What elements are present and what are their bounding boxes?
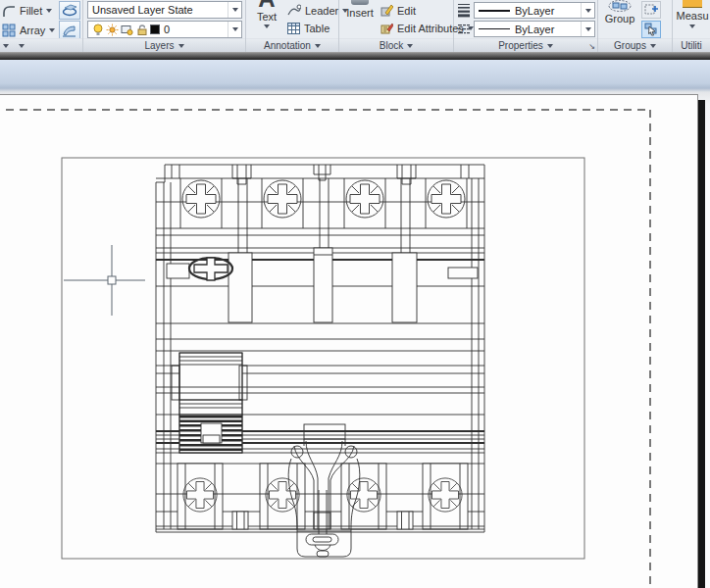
test-button-marker	[189, 258, 232, 280]
measure-icon	[683, 0, 702, 8]
group-label: Group	[605, 13, 635, 24]
dropdown-arrow-icon	[19, 44, 25, 48]
measure-button[interactable]: Measu	[675, 0, 710, 39]
lineweight-icon	[458, 3, 471, 18]
panel-layers: Unsaved Layer State	[83, 0, 246, 52]
group-edit-icon	[644, 3, 658, 17]
layers-panel-label: Layers	[144, 40, 174, 51]
measure-label: Measu	[676, 10, 708, 22]
terminal-screws	[182, 180, 465, 512]
linetype-icon	[458, 23, 471, 35]
dropdown-arrow-icon	[178, 44, 184, 48]
panel-label-annotation[interactable]: Annotation	[246, 38, 338, 52]
layer-unlock-icon[interactable]	[135, 24, 148, 36]
lineweight-value: ByLayer	[515, 5, 554, 17]
table-button[interactable]: Table	[285, 19, 331, 37]
linetype-value: ByLayer	[515, 24, 554, 35]
utilities-panel-label: Utiliti	[681, 40, 702, 51]
leader-label: Leader	[305, 5, 338, 17]
dropdown-arrow-icon[interactable]	[228, 2, 241, 18]
layer-thaw-sun-icon[interactable]	[106, 24, 119, 36]
fillet-label: Fillet	[20, 5, 42, 17]
dropdown-arrow-icon	[407, 44, 413, 48]
modify-tool-button-1[interactable]	[59, 1, 80, 20]
table-label: Table	[304, 23, 330, 34]
autocad-window: Fillet Array	[0, 0, 710, 588]
layer-state-value: Unsaved Layer State	[92, 4, 193, 16]
insert-label: Insert	[346, 7, 374, 19]
modify-tool-button-2[interactable]	[59, 21, 80, 39]
group-selection-toggle-button[interactable]	[641, 21, 661, 38]
panel-label-block[interactable]: Block	[339, 38, 453, 52]
dropdown-arrow-icon[interactable]	[264, 24, 270, 28]
panel-label-groups[interactable]: Groups	[598, 38, 672, 52]
panel-properties: ByLayer ByLayer Properties ↘	[454, 0, 598, 52]
panel-label-properties[interactable]: Properties ↘	[454, 38, 597, 52]
dropdown-arrow-icon[interactable]	[228, 22, 241, 37]
printable-margin	[6, 110, 650, 588]
panel-groups: Group Groups	[598, 0, 673, 52]
array-label: Array	[20, 24, 45, 36]
breaker-drawing	[156, 165, 484, 557]
edit-attributes-icon	[380, 22, 393, 34]
drawing-area[interactable]	[0, 0, 710, 588]
array-button[interactable]: Array	[0, 21, 57, 39]
panel-label-utilities[interactable]: Utiliti	[673, 38, 710, 52]
dropdown-arrow-icon[interactable]	[581, 3, 594, 18]
lineweight-swatch	[479, 10, 510, 12]
panel-label-modify[interactable]	[0, 38, 82, 52]
block-edit-icon	[380, 4, 393, 17]
fillet-button[interactable]: Fillet	[0, 1, 54, 20]
dropdown-arrow-icon[interactable]	[46, 9, 52, 13]
linetype-dropdown[interactable]: ByLayer	[474, 21, 595, 37]
group-icon	[608, 0, 632, 13]
viewport-border[interactable]	[62, 158, 584, 559]
block-edit-button[interactable]: Edit	[379, 1, 418, 20]
fillet-icon	[2, 4, 16, 18]
group-button[interactable]: Group	[601, 0, 638, 39]
properties-panel-label: Properties	[498, 40, 543, 51]
panel-label-layers[interactable]: Layers	[83, 38, 245, 52]
annotation-panel-label: Annotation	[264, 40, 311, 51]
ribbon-bottom-edge	[0, 52, 710, 60]
layer-color-swatch[interactable]	[150, 24, 160, 34]
dropdown-arrow-icon[interactable]	[49, 28, 55, 32]
section-plane-icon	[62, 4, 77, 18]
extrude-icon	[62, 24, 77, 37]
group-edit-button[interactable]	[641, 1, 661, 19]
ribbon: Fillet Array	[0, 0, 710, 52]
layer-dropdown[interactable]: 0	[87, 21, 242, 38]
panel-modify: Fillet Array	[0, 0, 83, 52]
groups-panel-label: Groups	[614, 40, 646, 51]
rail-clip-block	[172, 353, 247, 453]
layer-state-dropdown[interactable]: Unsaved Layer State	[87, 1, 242, 19]
layer-viewport-freeze-icon[interactable]	[121, 24, 133, 36]
lineweight-dropdown[interactable]: ByLayer	[474, 2, 595, 19]
leader-icon	[287, 4, 301, 17]
layer-on-bulb-icon[interactable]	[92, 24, 104, 36]
crosshair-cursor	[64, 245, 145, 316]
block-panel-label: Block	[380, 40, 403, 51]
panel-utilities: Measu Utiliti	[673, 0, 710, 52]
insert-block-icon	[351, 0, 369, 5]
group-selection-icon	[644, 23, 658, 36]
block-edit-label: Edit	[397, 5, 416, 17]
array-icon	[2, 24, 16, 37]
dropdown-arrow-icon	[547, 44, 553, 48]
dropdown-arrow-icon	[650, 44, 656, 48]
dropdown-arrow-icon[interactable]	[689, 24, 695, 28]
dialog-launcher-icon[interactable]: ↘	[588, 42, 595, 51]
text-button[interactable]: A Text	[249, 0, 284, 39]
insert-button[interactable]: Insert	[342, 0, 378, 39]
current-layer-name: 0	[164, 24, 170, 35]
text-icon: A	[258, 0, 275, 11]
dropdown-arrow-icon	[315, 44, 321, 48]
dropdown-arrow-icon[interactable]	[581, 22, 594, 36]
linetype-swatch	[479, 28, 510, 29]
panel-block: Insert Edit Edit Attributes Block	[339, 0, 454, 52]
text-label: Text	[257, 11, 277, 23]
panel-annotation: A Text Leader Table	[246, 0, 339, 52]
table-icon	[287, 23, 300, 34]
dropdown-arrow-icon	[3, 44, 9, 48]
din-clip	[297, 531, 351, 557]
